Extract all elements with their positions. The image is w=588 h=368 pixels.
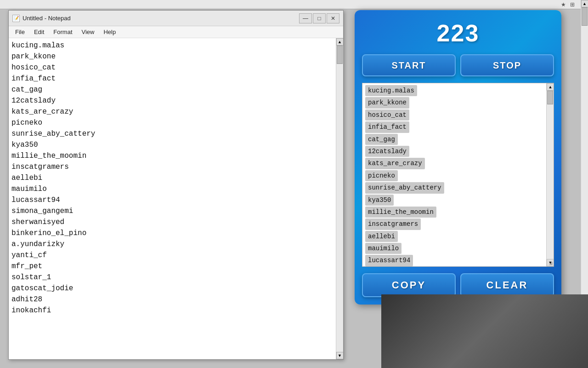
list-item: kats_are_crazy — [365, 158, 543, 170]
app-list-scrollbar[interactable]: ▲ ▼ — [546, 83, 554, 266]
list-item: sunrise_aby_cattery — [365, 182, 543, 194]
notepad-line: inokachfi — [11, 305, 333, 316]
app-counter: 223 — [437, 19, 480, 47]
list-item-text: sunrise_aby_cattery — [365, 182, 444, 193]
list-item: mauimilo — [365, 243, 543, 255]
thumbnail-image — [381, 294, 588, 368]
app-list-container: kucing.malaspark_kkonehosico_catinfia_fa… — [362, 83, 554, 267]
list-item: lucassart94 — [365, 255, 543, 266]
list-item: millie_the_moomin — [365, 207, 543, 218]
notepad-app-icon: 📝 — [12, 15, 20, 22]
notepad-line: a.yundarizky — [11, 239, 333, 250]
notepad-line: kya350 — [11, 139, 333, 150]
clear-button[interactable]: CLEAR — [460, 273, 554, 297]
menu-help[interactable]: Help — [99, 28, 120, 36]
menu-file[interactable]: File — [11, 28, 29, 36]
app-panel: 223 START STOP kucing.malaspark_kkonehos… — [355, 10, 561, 305]
notepad-line: yanti_cf — [11, 250, 333, 261]
notepad-line: simona_gangemi — [11, 206, 333, 217]
menu-format[interactable]: Format — [49, 28, 77, 36]
notepad-titlebar: 📝 Untitled - Notepad — □ ✕ — [9, 11, 343, 26]
stop-button[interactable]: STOP — [460, 54, 554, 76]
notepad-line: binkerino_el_pino — [11, 228, 333, 239]
list-item: kya350 — [365, 195, 543, 207]
notepad-line: inscatgramers — [11, 161, 333, 172]
notepad-scroll-thumb[interactable] — [337, 46, 343, 64]
scroll-thumb[interactable] — [582, 7, 588, 26]
list-item: inscatgramers — [365, 218, 543, 230]
notepad-line: hosico_cat — [11, 62, 333, 73]
list-item-text: park_kkone — [365, 97, 409, 108]
notepad-line: kucing.malas — [11, 40, 333, 51]
list-item-text: 12catslady — [365, 146, 409, 157]
notepad-line: millie_the_moomin — [11, 150, 333, 161]
list-item: aellebi — [365, 231, 543, 243]
star-icon[interactable]: ★ — [559, 0, 568, 9]
notepad-line: gatoscat_jodie — [11, 283, 333, 294]
minimize-button[interactable]: — — [299, 13, 312, 23]
menu-view[interactable]: View — [77, 28, 99, 36]
notepad-line: infia_fact — [11, 73, 333, 84]
list-item: picneko — [365, 170, 543, 182]
app-scroll-thumb[interactable] — [547, 91, 553, 104]
app-bottom-row: COPY CLEAR — [362, 273, 554, 297]
list-item: hosico_cat — [365, 109, 543, 121]
list-item-text: picneko — [365, 170, 398, 181]
menu-edit[interactable]: Edit — [29, 28, 49, 36]
notepad-line: 12catslady — [11, 95, 333, 106]
notepad-title: Untitled - Notepad — [23, 15, 71, 22]
notepad-scroll-track[interactable] — [336, 46, 343, 352]
notepad-line: mauimilo — [11, 184, 333, 195]
list-item: park_kkone — [365, 97, 543, 109]
app-scroll-up[interactable]: ▲ — [547, 83, 554, 91]
start-button[interactable]: START — [362, 54, 456, 76]
notepad-menubar: File Edit Format View Help — [9, 26, 343, 38]
notepad-line: solstar_1 — [11, 272, 333, 283]
list-item-text: lucassart94 — [365, 255, 413, 266]
notepad-line: mfr_pet — [11, 261, 333, 272]
list-item-text: aellebi — [365, 231, 398, 242]
notepad-title-left: 📝 Untitled - Notepad — [12, 15, 71, 22]
list-item-text: millie_the_moomin — [365, 207, 436, 218]
list-item-text: cat_gag — [365, 134, 398, 145]
notepad-line: cat_gag — [11, 84, 333, 95]
list-item-text: mauimilo — [365, 243, 401, 254]
close-button[interactable]: ✕ — [327, 13, 339, 23]
notepad-scroll-up[interactable]: ▲ — [336, 38, 344, 46]
maximize-button[interactable]: □ — [313, 13, 326, 23]
notepad-line: picneko — [11, 117, 333, 128]
notepad-scrollbar[interactable]: ▲ ▼ — [336, 38, 343, 359]
list-item: kucing.malas — [365, 85, 543, 97]
app-resize-handle[interactable]: ◢ — [549, 260, 553, 265]
app-scroll-track[interactable] — [547, 91, 554, 259]
notepad-controls: — □ ✕ — [299, 13, 339, 23]
notepad-window: 📝 Untitled - Notepad — □ ✕ File Edit For… — [8, 10, 344, 360]
notepad-scroll-down[interactable]: ▼ — [336, 352, 344, 359]
app-action-row: START STOP — [362, 54, 554, 76]
copy-button[interactable]: COPY — [362, 273, 456, 297]
list-item: cat_gag — [365, 134, 543, 146]
image-icon[interactable]: ⊞ — [568, 0, 577, 9]
list-item: 12catslady — [365, 146, 543, 158]
list-item-text: hosico_cat — [365, 109, 409, 121]
list-item: infia_fact — [365, 121, 543, 133]
list-item-text: kucing.malas — [365, 85, 417, 96]
browser-chrome: ★ ⊞ ⋮ — [0, 0, 588, 9]
notepad-line: kats_are_crazy — [11, 106, 333, 117]
list-item-text: kya350 — [365, 195, 394, 206]
notepad-line: sunrise_aby_cattery — [11, 128, 333, 139]
scroll-up-arrow[interactable]: ▲ — [581, 0, 588, 7]
notepad-line: adhit28 — [11, 294, 333, 305]
app-list[interactable]: kucing.malaspark_kkonehosico_catinfia_fa… — [362, 83, 546, 266]
notepad-line: sherwanisyed — [11, 217, 333, 228]
bottom-thumbnail — [381, 294, 588, 368]
notepad-line: lucassart94 — [11, 195, 333, 206]
list-item-text: kats_are_crazy — [365, 158, 425, 169]
notepad-content: kucing.malaspark_kkonehosico_catinfia_fa… — [9, 38, 343, 359]
list-item-text: infia_fact — [365, 121, 409, 132]
notepad-line: aellebi — [11, 172, 333, 184]
notepad-line: park_kkone — [11, 51, 333, 62]
notepad-text-area[interactable]: kucing.malaspark_kkonehosico_catinfia_fa… — [9, 38, 336, 359]
list-item-text: inscatgramers — [365, 218, 421, 230]
